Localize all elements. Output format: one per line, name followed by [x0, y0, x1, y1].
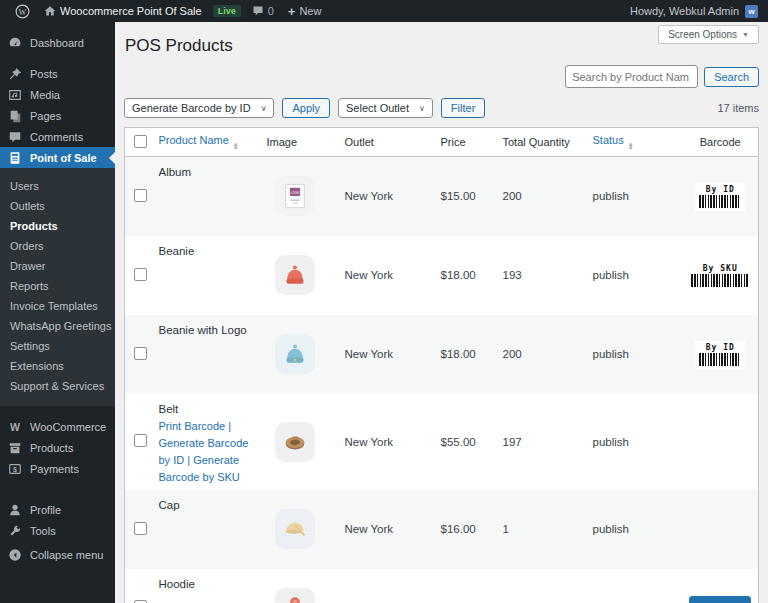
barcode-image: By SKU [687, 262, 753, 290]
pages-icon [7, 108, 22, 123]
quantity-value: 200 [499, 157, 589, 236]
new-label: New [299, 5, 321, 17]
svg-text:LOGO: LOGO [288, 190, 301, 195]
table-row: Beanie New York $18.00 193 publish By SK… [125, 236, 759, 315]
quantity-value: 197 [499, 394, 589, 490]
beanie-image [275, 255, 315, 295]
submenu-item-orders[interactable]: Orders [0, 236, 115, 256]
bulk-action-select[interactable]: Generate Barcode by ID ∨ [124, 98, 274, 118]
row-checkbox[interactable] [134, 189, 147, 202]
box-icon [7, 440, 22, 455]
search-button[interactable]: Search [704, 67, 759, 87]
column-header-product-name[interactable]: Product Name [155, 128, 263, 157]
main-content: Screen Options ▼ POS Products Search Gen… [115, 22, 768, 603]
comments-admin-item[interactable]: 0 [245, 0, 281, 22]
status-value: publish [589, 490, 683, 569]
sidebar-item-tools[interactable]: Tools [0, 520, 115, 541]
dashboard-icon [7, 35, 22, 50]
row-checkbox[interactable] [134, 347, 147, 360]
barcode-button[interactable]: barcode [689, 596, 751, 603]
status-value: publish [589, 569, 683, 603]
sidebar-item-media[interactable]: Media [0, 84, 115, 105]
table-row: Beanie with Logo New York $18.00 200 pub… [125, 315, 759, 394]
wordpress-logo-icon[interactable]: W [8, 0, 37, 22]
outlet-value: New York [341, 315, 437, 394]
sidebar-item-point-of-sale[interactable]: Point of Sale [0, 147, 115, 168]
submenu-item-settings[interactable]: Settings [0, 336, 115, 356]
howdy-greeting[interactable]: Howdy, Webkul Admin [630, 5, 739, 17]
sidebar-item-pages[interactable]: Pages [0, 105, 115, 126]
visit-site-item[interactable]: Woocommerce Point Of Sale [37, 0, 209, 22]
submenu-item-drawer[interactable]: Drawer [0, 256, 115, 276]
select-all-checkbox[interactable] [134, 135, 147, 148]
sort-icon [628, 142, 634, 150]
filter-button[interactable]: Filter [441, 98, 485, 118]
product-name[interactable]: Hoodie [155, 569, 263, 603]
pos-submenu: Users Outlets Products Orders Drawer Rep… [0, 168, 115, 406]
submenu-item-invoice-templates[interactable]: Invoice Templates [0, 296, 115, 316]
user-avatar[interactable]: w [745, 5, 758, 18]
price-value: $18.00 [437, 315, 499, 394]
row-checkbox[interactable] [134, 522, 147, 535]
table-row: Hoodie New York $42.00 200 publish barco… [125, 569, 759, 603]
quantity-value: 193 [499, 236, 589, 315]
column-header-price: Price [437, 128, 499, 157]
pin-icon [7, 66, 22, 81]
price-value: $15.00 [437, 157, 499, 236]
status-value: publish [589, 315, 683, 394]
row-checkbox[interactable] [134, 268, 147, 281]
svg-text:W: W [10, 420, 20, 432]
hoodie-image [275, 588, 315, 603]
live-badge: Live [213, 5, 241, 17]
new-content-item[interactable]: + New [281, 0, 329, 22]
comment-count: 0 [268, 5, 274, 17]
sidebar-item-payments[interactable]: $ Payments [0, 458, 115, 479]
screen-options-button[interactable]: Screen Options ▼ [658, 25, 759, 44]
price-value: $18.00 [437, 236, 499, 315]
sidebar-item-profile[interactable]: Profile [0, 499, 115, 520]
column-header-status[interactable]: Status [589, 128, 683, 157]
print-barcode-link[interactable]: Print Barcode [159, 420, 232, 432]
outlet-value: New York [341, 394, 437, 490]
row-checkbox[interactable] [134, 434, 147, 447]
sidebar-item-posts[interactable]: Posts [0, 63, 115, 84]
sidebar-item-dashboard[interactable]: Dashboard [0, 32, 115, 53]
site-name: Woocommerce Point Of Sale [60, 5, 202, 17]
admin-sidebar: Dashboard Posts Media Pages Comments Poi… [0, 22, 115, 603]
barcode-stripes [699, 195, 741, 208]
submenu-item-outlets[interactable]: Outlets [0, 196, 115, 216]
profile-icon [7, 502, 22, 517]
outlet-value: New York [341, 569, 437, 603]
comment-bubble-icon [252, 5, 264, 17]
product-name[interactable]: Album [155, 157, 263, 236]
product-name[interactable]: Beanie [155, 236, 263, 315]
collapse-menu-button[interactable]: Collapse menu [0, 544, 115, 565]
admin-bar: W Woocommerce Point Of Sale Live 0 + New… [0, 0, 768, 22]
status-value: publish [589, 157, 683, 236]
search-input[interactable] [565, 65, 698, 88]
submenu-item-support-services[interactable]: Support & Services [0, 376, 115, 396]
submenu-item-products[interactable]: Products [0, 216, 115, 236]
woocommerce-icon: W [7, 419, 22, 434]
payments-icon: $ [7, 461, 22, 476]
submenu-item-reports[interactable]: Reports [0, 276, 115, 296]
product-name[interactable]: Belt [159, 403, 179, 415]
product-name[interactable]: Beanie with Logo [155, 315, 263, 394]
sidebar-item-products-wc[interactable]: Products [0, 437, 115, 458]
chevron-down-icon: ∨ [261, 104, 267, 113]
submenu-item-extensions[interactable]: Extensions [0, 356, 115, 376]
apply-button[interactable]: Apply [282, 98, 330, 118]
items-count: 17 items [717, 102, 759, 114]
column-header-image: Image [263, 128, 341, 157]
products-table: Product Name Image Outlet Price Total Qu… [124, 127, 759, 603]
submenu-item-whatsapp-greetings[interactable]: WhatsApp Greetings [0, 316, 115, 336]
product-name[interactable]: Cap [155, 490, 263, 569]
sidebar-item-woocommerce[interactable]: W WooCommerce [0, 416, 115, 437]
submenu-item-users[interactable]: Users [0, 176, 115, 196]
outlet-value: New York [341, 236, 437, 315]
outlet-select[interactable]: Select Outlet ∨ [338, 98, 433, 118]
sidebar-item-comments[interactable]: Comments [0, 126, 115, 147]
beanie-with-logo-image [275, 334, 315, 374]
collapse-icon [7, 547, 22, 562]
comment-icon [7, 129, 22, 144]
